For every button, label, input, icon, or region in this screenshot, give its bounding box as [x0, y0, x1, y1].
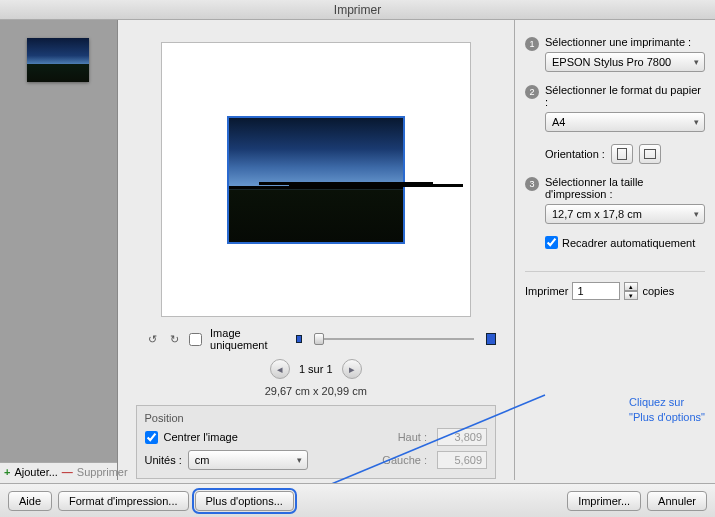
window-title: Imprimer [0, 0, 715, 20]
zoom-slider-thumb[interactable] [314, 333, 324, 345]
zoom-max-swatch [486, 333, 496, 345]
autocrop-checkbox[interactable] [545, 236, 558, 249]
step-1-badge: 1 [525, 37, 539, 51]
printer-value: EPSON Stylus Pro 7800 [552, 56, 671, 68]
units-dropdown[interactable]: cm [188, 450, 308, 470]
step-3-label: Sélectionner la taille d'impression : [545, 176, 705, 200]
printer-dropdown[interactable]: EPSON Stylus Pro 7800 [545, 52, 705, 72]
print-preview-paper [161, 42, 471, 317]
paper-dropdown[interactable]: A4 [545, 112, 705, 132]
copies-prefix: Imprimer [525, 285, 568, 297]
step-2-badge: 2 [525, 85, 539, 99]
add-button[interactable]: Ajouter... [14, 466, 57, 478]
units-label: Unités : [145, 454, 182, 466]
step-2-label: Sélectionner le format du papier : [545, 84, 705, 108]
copies-suffix: copies [642, 285, 674, 297]
copies-down-button[interactable]: ▾ [624, 291, 638, 300]
position-panel: Position Centrer l'image Haut : Unités :… [136, 405, 496, 479]
preview-photo[interactable] [227, 116, 405, 244]
thumbnail-sidebar: + Ajouter... — Supprimer [0, 20, 118, 480]
units-value: cm [195, 454, 210, 466]
image-only-label: Image uniquement [210, 327, 280, 351]
landscape-icon [644, 149, 656, 159]
rotate-ccw-icon[interactable]: ↺ [146, 330, 160, 348]
print-button[interactable]: Imprimer... [567, 491, 641, 511]
cancel-button[interactable]: Annuler [647, 491, 707, 511]
zoom-min-swatch [296, 335, 303, 343]
sidebar-actions: + Ajouter... — Supprimer [0, 462, 117, 480]
page-thumbnail[interactable] [27, 38, 89, 82]
orientation-landscape-button[interactable] [639, 144, 661, 164]
center-image-label: Centrer l'image [164, 431, 238, 443]
orientation-label: Orientation : [545, 148, 605, 160]
next-page-button[interactable]: ▸ [342, 359, 362, 379]
image-only-checkbox[interactable] [189, 333, 202, 346]
page-indicator: 1 sur 1 [299, 363, 333, 375]
preview-panel: ↺ ↻ Image uniquement ◂ 1 sur 1 ▸ 29,67 c… [118, 20, 515, 480]
plus-icon: + [4, 466, 10, 478]
remove-button[interactable]: Supprimer [77, 466, 128, 478]
autocrop-label: Recadrer automatiquement [562, 237, 695, 249]
copies-up-button[interactable]: ▴ [624, 282, 638, 291]
orientation-portrait-button[interactable] [611, 144, 633, 164]
top-field [437, 428, 487, 446]
copies-input[interactable] [572, 282, 620, 300]
print-format-button[interactable]: Format d'impression... [58, 491, 188, 511]
annotation-line-1: Cliquez sur [629, 395, 705, 409]
dialog-button-bar: Aide Format d'impression... Plus d'optio… [0, 483, 715, 517]
zoom-slider[interactable] [314, 338, 474, 340]
portrait-icon [617, 148, 627, 160]
help-button[interactable]: Aide [8, 491, 52, 511]
paper-value: A4 [552, 116, 565, 128]
top-label: Haut : [398, 431, 427, 443]
thumbnail-image [27, 38, 89, 82]
more-options-button[interactable]: Plus d'options... [195, 491, 294, 511]
print-size-dropdown[interactable]: 12,7 cm x 17,8 cm [545, 204, 705, 224]
step-1-label: Sélectionner une imprimante : [545, 36, 705, 48]
annotation-line-2: "Plus d'options" [629, 410, 705, 424]
annotation-text: Cliquez sur "Plus d'options" [629, 395, 705, 424]
print-size-value: 12,7 cm x 17,8 cm [552, 208, 642, 220]
step-3-badge: 3 [525, 177, 539, 191]
prev-page-button[interactable]: ◂ [270, 359, 290, 379]
left-label: Gauche : [382, 454, 427, 466]
settings-panel: 1 Sélectionner une imprimante : EPSON St… [515, 20, 715, 480]
rotate-cw-icon[interactable]: ↻ [167, 330, 181, 348]
left-field [437, 451, 487, 469]
paper-dimensions: 29,67 cm x 20,99 cm [136, 385, 496, 397]
center-image-checkbox[interactable] [145, 431, 158, 444]
minus-icon: — [62, 466, 73, 478]
position-title: Position [145, 412, 487, 424]
